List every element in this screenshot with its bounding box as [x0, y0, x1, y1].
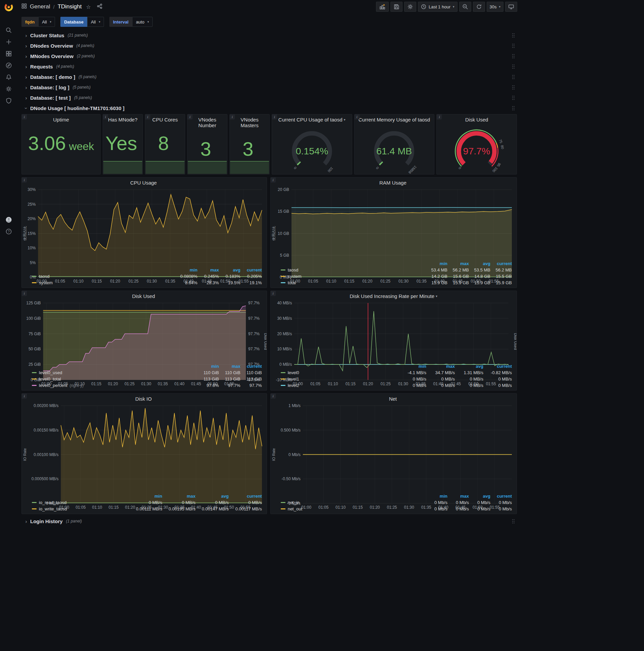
panel-menu-caret-icon[interactable]: ▾	[436, 294, 438, 298]
legend-series-toggle[interactable]: net_in	[281, 500, 426, 505]
legend-col-header[interactable]: min	[426, 261, 447, 266]
legend-series-toggle[interactable]: system	[281, 274, 426, 279]
legend-col-header[interactable]: min	[176, 268, 198, 273]
legend-col-header[interactable]: avg	[469, 494, 490, 499]
legend-col-header[interactable]: max	[447, 494, 469, 499]
dashboard-row-database-test[interactable]: ›Database: [ test ](5 panels)	[22, 93, 517, 102]
panel-title[interactable]: Disk Used Increasing Rate per Minute▾	[271, 291, 517, 300]
panel-info-icon[interactable]: i	[103, 115, 108, 120]
add-panel-button[interactable]	[376, 2, 389, 12]
grafana-logo[interactable]	[4, 3, 13, 11]
time-range-picker[interactable]: Last 1 hour ▾	[418, 2, 457, 12]
panel-info-icon[interactable]: i	[145, 115, 150, 120]
explore-button[interactable]	[2, 59, 16, 71]
save-dashboard-button[interactable]	[390, 2, 402, 12]
panel-menu-caret-icon[interactable]: ▾	[344, 118, 346, 122]
dashboard-row-dnodes-overview[interactable]: ›DNodes Overview(4 panels)	[22, 41, 517, 50]
chart-plot[interactable]: 01:0001:0501:1001:1501:2001:2501:3001:35…	[271, 186, 517, 260]
chart-plot[interactable]: 01:0001:0501:1001:1501:2001:2501:3001:35…	[271, 300, 517, 363]
panel-info-icon[interactable]: i	[271, 291, 276, 296]
drag-handle-icon[interactable]	[512, 54, 515, 59]
user-avatar-button[interactable]	[2, 214, 16, 225]
refresh-interval-picker[interactable]: 30s▾	[487, 2, 504, 12]
panel-info-icon[interactable]: i	[355, 115, 360, 120]
panel-info-icon[interactable]: i	[188, 115, 193, 120]
chart-plot[interactable]: 01:0001:0501:1001:1501:2001:2501:3001:35…	[22, 300, 267, 363]
share-dashboard-button[interactable]	[95, 3, 104, 11]
star-dashboard-button[interactable]: ☆	[85, 3, 92, 11]
legend-col-header[interactable]: current	[240, 364, 262, 369]
legend-col-header[interactable]: min	[198, 364, 219, 369]
drag-handle-icon[interactable]	[512, 74, 515, 80]
legend-series-toggle[interactable]: net_out	[281, 506, 426, 512]
create-button[interactable]	[2, 36, 16, 48]
dashboard-row-database-log[interactable]: ›Database: [ log ](5 panels)	[22, 83, 517, 92]
legend-series-toggle[interactable]: level2	[281, 383, 398, 388]
legend-col-header[interactable]: avg	[469, 261, 490, 266]
dashboard-row-requests[interactable]: ›Requests(4 panels)	[22, 62, 517, 71]
cycle-view-mode-button[interactable]	[505, 2, 517, 12]
dashboard-row-database-demo[interactable]: ›Database: [ demo ](5 panels)	[22, 72, 517, 81]
breadcrumb-title[interactable]: TDinsight	[58, 3, 82, 10]
legend-col-header[interactable]: max	[219, 364, 240, 369]
legend-col-header[interactable]: min	[129, 494, 162, 499]
variable-value-dropdown[interactable]: auto▾	[132, 17, 153, 27]
chart-plot[interactable]: 01:0001:0501:1001:1501:2001:2501:3001:35…	[271, 402, 517, 493]
panel-info-icon[interactable]: i	[272, 115, 277, 120]
help-button[interactable]: ?	[2, 225, 16, 237]
chart-plot[interactable]: 01:0001:0501:1001:1501:2001:2501:3001:35…	[22, 186, 267, 267]
drag-handle-icon[interactable]	[512, 519, 515, 524]
legend-series-toggle[interactable]: io_write_taosd	[32, 506, 129, 512]
alerting-button[interactable]	[2, 71, 16, 83]
panel-info-icon[interactable]: i	[22, 115, 27, 120]
legend-col-header[interactable]: max	[426, 364, 455, 369]
legend-series-toggle[interactable]: total	[281, 280, 426, 285]
legend-col-header[interactable]: current	[240, 268, 262, 273]
legend-col-header[interactable]: min	[426, 494, 447, 499]
legend-col-header[interactable]: max	[162, 494, 196, 499]
refresh-button[interactable]	[473, 2, 485, 12]
dashboard-row-mnodes-overview[interactable]: ›MNodes Overview(2 panels)	[22, 52, 517, 60]
chart-plot[interactable]: 01:0001:0501:1001:1501:2001:2501:3001:35…	[22, 402, 267, 493]
legend-series-toggle[interactable]: taosd	[281, 268, 426, 273]
dashboard-row-login-history[interactable]: ›Login History(1 panel)	[22, 517, 517, 526]
legend-series-toggle[interactable]: level0_percent (right-y)	[32, 383, 198, 388]
drag-handle-icon[interactable]	[512, 33, 515, 38]
drag-handle-icon[interactable]	[512, 85, 515, 90]
legend-col-header[interactable]: avg	[455, 364, 483, 369]
server-admin-button[interactable]	[2, 95, 16, 106]
drag-handle-icon[interactable]	[512, 43, 515, 48]
legend-col-header[interactable]: current	[490, 494, 512, 499]
drag-handle-icon[interactable]	[512, 95, 515, 100]
drag-handle-icon[interactable]	[512, 106, 515, 111]
breadcrumb-section[interactable]: General	[30, 3, 50, 10]
zoom-out-time-button[interactable]	[459, 2, 471, 12]
legend-series-toggle[interactable]: level1	[281, 376, 398, 381]
legend-col-header[interactable]: max	[447, 261, 469, 266]
dashboard-row-cluster-status[interactable]: ›Cluster Status(21 panels)	[22, 31, 517, 40]
legend-col-header[interactable]: avg	[196, 494, 229, 499]
dashboards-button[interactable]	[2, 48, 16, 59]
legend-series-toggle[interactable]: taosd	[32, 274, 176, 279]
legend-series-toggle[interactable]: io_read_taosd	[32, 500, 129, 505]
drag-handle-icon[interactable]	[512, 64, 515, 69]
legend-series-toggle[interactable]: level0	[281, 370, 398, 375]
legend-series-toggle[interactable]: level0_total	[32, 376, 198, 381]
panel-info-icon[interactable]: i	[271, 178, 276, 183]
legend-col-header[interactable]: max	[198, 268, 219, 273]
panel-info-icon[interactable]: i	[22, 394, 27, 399]
legend-series-toggle[interactable]: level0_used	[32, 370, 198, 375]
legend-col-header[interactable]: min	[398, 364, 426, 369]
panel-info-icon[interactable]: i	[22, 178, 27, 183]
search-button[interactable]	[2, 24, 16, 36]
legend-col-header[interactable]: avg	[219, 268, 240, 273]
legend-series-toggle[interactable]: system	[32, 280, 176, 285]
panel-info-icon[interactable]: i	[437, 115, 442, 120]
legend-col-header[interactable]: current	[490, 261, 512, 266]
dashboard-settings-button[interactable]	[404, 2, 416, 12]
panel-info-icon[interactable]: i	[230, 115, 235, 120]
configuration-button[interactable]	[2, 83, 16, 95]
variable-value-dropdown[interactable]: All▾	[87, 17, 104, 27]
variable-value-dropdown[interactable]: All▾	[38, 17, 55, 27]
legend-col-header[interactable]: current	[483, 364, 512, 369]
